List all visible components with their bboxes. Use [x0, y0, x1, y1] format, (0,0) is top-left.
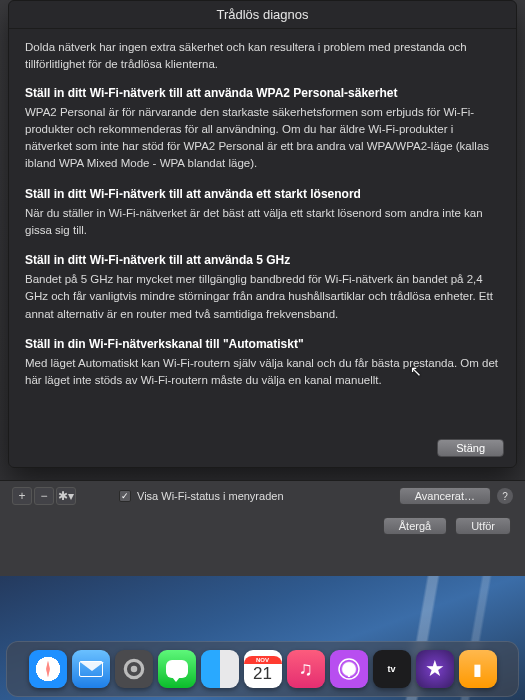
svg-point-3 — [130, 666, 137, 673]
speech-bubble-icon — [166, 660, 188, 678]
intro-text: Dolda nätverk har ingen extra säkerhet o… — [25, 39, 500, 74]
section-auto-channel: Ställ in din Wi-Fi-nätverkskanal till "A… — [25, 335, 500, 390]
advanced-button[interactable]: Avancerat… — [399, 487, 491, 505]
dock-app-safari[interactable] — [29, 650, 67, 688]
svg-marker-1 — [46, 661, 50, 678]
show-wifi-status-checkbox[interactable]: ✓ Visa Wi-Fi-status i menyraden — [119, 490, 284, 502]
dock: NOV 21 ♫ tv ★ ▮ — [6, 641, 519, 697]
dialog-title: Trådlös diagnos — [9, 1, 516, 29]
calendar-month-label: NOV — [244, 656, 282, 664]
gear-menu-button[interactable]: ✱▾ — [56, 487, 76, 505]
dialog-content: Dolda nätverk har ingen extra säkerhet o… — [9, 29, 516, 430]
envelope-icon — [79, 661, 103, 677]
podcast-icon — [337, 657, 361, 681]
remove-button[interactable]: − — [34, 487, 54, 505]
desktop-wallpaper: NOV 21 ♫ tv ★ ▮ — [0, 576, 525, 700]
section-password: Ställ in ditt Wi-Fi-nätverk till att anv… — [25, 185, 500, 240]
add-button[interactable]: + — [12, 487, 32, 505]
dock-app-messages[interactable] — [158, 650, 196, 688]
section-5ghz: Ställ in ditt Wi-Fi-nätverk till att anv… — [25, 251, 500, 323]
help-button[interactable]: ? — [497, 488, 513, 504]
list-controls: + − ✱▾ — [12, 487, 76, 505]
close-button[interactable]: Stäng — [437, 439, 504, 457]
wireless-diagnostics-dialog: Trådlös diagnos Dolda nätverk har ingen … — [8, 0, 517, 468]
music-note-icon: ♫ — [298, 658, 312, 680]
svg-point-6 — [347, 665, 351, 669]
dock-app-settings[interactable] — [115, 650, 153, 688]
dock-app-tv[interactable]: tv — [373, 650, 411, 688]
revert-button[interactable]: Återgå — [383, 517, 447, 535]
section-heading: Ställ in ditt Wi-Fi-nätverk till att anv… — [25, 84, 500, 102]
dock-app-mail[interactable] — [72, 650, 110, 688]
checkmark-icon: ✓ — [119, 490, 131, 502]
section-wpa2: Ställ in ditt Wi-Fi-nätverk till att anv… — [25, 84, 500, 173]
network-prefs-panel: + − ✱▾ ✓ Visa Wi-Fi-status i menyraden A… — [0, 480, 525, 576]
dock-folder[interactable]: ▮ — [459, 650, 497, 688]
dock-app-music[interactable]: ♫ — [287, 650, 325, 688]
gear-icon — [121, 656, 147, 682]
dialog-footer: Stäng — [9, 430, 516, 467]
star-icon: ★ — [425, 656, 445, 682]
section-body: När du ställer in Wi-Fi-nätverket är det… — [25, 205, 500, 240]
section-heading: Ställ in ditt Wi-Fi-nätverk till att anv… — [25, 251, 500, 269]
dock-app-imovie[interactable]: ★ — [416, 650, 454, 688]
dock-app-podcasts[interactable] — [330, 650, 368, 688]
calendar-day-label: 21 — [253, 665, 272, 682]
tv-label: tv — [387, 664, 395, 674]
section-heading: Ställ in ditt Wi-Fi-nätverk till att anv… — [25, 185, 500, 203]
section-body: WPA2 Personal är för närvarande den star… — [25, 104, 500, 173]
apply-button[interactable]: Utför — [455, 517, 511, 535]
checkbox-label: Visa Wi-Fi-status i menyraden — [137, 490, 284, 502]
folder-icon: ▮ — [473, 660, 482, 679]
dock-app-finder[interactable] — [201, 650, 239, 688]
dock-app-calendar[interactable]: NOV 21 — [244, 650, 282, 688]
section-body: Med läget Automatiskt kan Wi-Fi-routern … — [25, 355, 500, 390]
section-body: Bandet på 5 GHz har mycket mer tillgängl… — [25, 271, 500, 323]
section-heading: Ställ in din Wi-Fi-nätverkskanal till "A… — [25, 335, 500, 353]
compass-icon — [37, 658, 59, 680]
